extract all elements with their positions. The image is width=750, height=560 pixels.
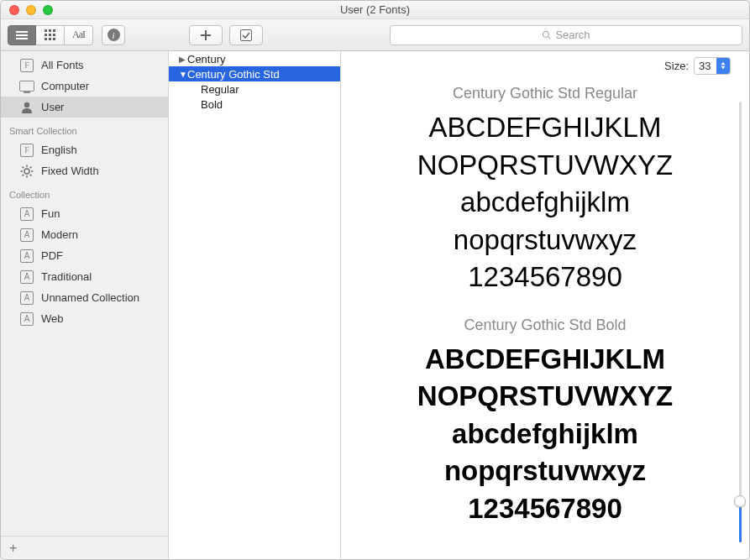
slider-fill <box>739 507 742 542</box>
svg-line-13 <box>23 166 24 168</box>
a-box-icon: A <box>19 207 34 221</box>
svg-rect-4 <box>201 34 211 36</box>
font-style-row[interactable]: Regular <box>169 81 340 97</box>
slider-track <box>739 102 742 542</box>
disclosure-triangle-icon[interactable]: ▼ <box>179 70 187 79</box>
sidebar-item-traditional[interactable]: A Traditional <box>1 266 168 287</box>
sidebar-item-label: User <box>41 101 64 113</box>
view-sample-button[interactable]: AaI <box>65 25 93 45</box>
toolbar: AaI i Search <box>1 19 749 51</box>
preview-pane: Size: 33 Century Gothic Std Regular ABCD… <box>341 51 749 559</box>
sidebar: F All Fonts Computer User Smart Collecti… <box>1 51 169 559</box>
sidebar-item-fixed-width[interactable]: Fixed Width <box>1 160 168 181</box>
sidebar-item-computer[interactable]: Computer <box>1 76 168 97</box>
size-select[interactable]: 33 <box>694 57 731 75</box>
sample-line: nopqrstuvwxyz <box>358 453 732 490</box>
sample-line: 1234567890 <box>358 259 732 296</box>
view-mode-segmented-control: AaI <box>8 25 93 45</box>
validate-font-button[interactable] <box>229 25 263 45</box>
preview-scroll: Century Gothic Std Regular ABCDEFGHIJKLM… <box>341 80 749 559</box>
sidebar-item-label: English <box>41 144 77 156</box>
info-button[interactable]: i <box>102 25 125 45</box>
sidebar-item-label: Modern <box>41 228 78 241</box>
sidebar-heading-smart: Smart Collection <box>1 118 168 139</box>
close-window-button[interactable] <box>9 5 19 15</box>
sidebar-item-label: PDF <box>41 249 63 262</box>
a-box-icon: A <box>19 270 34 284</box>
font-family-row[interactable]: ▶ Century <box>169 51 340 66</box>
font-style-name: Regular <box>201 83 239 96</box>
window-title: User (2 Fonts) <box>1 3 749 16</box>
font-style-row[interactable]: Bold <box>169 97 340 112</box>
search-field[interactable]: Search <box>390 25 742 45</box>
dropdown-caret-icon <box>716 58 730 74</box>
checkbox-icon <box>240 29 252 41</box>
a-box-icon: A <box>19 228 34 242</box>
sidebar-item-web[interactable]: A Web <box>1 308 168 329</box>
svg-line-16 <box>23 174 24 175</box>
f-box-icon: F <box>19 59 34 72</box>
sidebar-item-fun[interactable]: A Fun <box>1 203 168 224</box>
traffic-lights <box>9 5 53 15</box>
zoom-window-button[interactable] <box>43 5 53 15</box>
sidebar-item-pdf[interactable]: A PDF <box>1 245 168 266</box>
preview-header: Size: 33 <box>341 51 749 80</box>
sample-line: nopqrstuvwxyz <box>358 222 732 259</box>
svg-line-15 <box>30 166 32 168</box>
svg-point-7 <box>24 102 29 107</box>
sidebar-item-label: Fixed Width <box>41 165 99 177</box>
sample-line: abcdefghijklm <box>358 416 732 453</box>
titlebar: User (2 Fonts) <box>1 1 749 19</box>
font-style-name: Bold <box>201 98 223 111</box>
sample-line: NOPQRSTUVWXYZ <box>358 147 732 185</box>
minimize-window-button[interactable] <box>26 5 36 15</box>
sample-line: ABCDEFGHIJKLM <box>358 341 732 379</box>
svg-rect-2 <box>16 38 28 39</box>
svg-marker-18 <box>721 66 726 69</box>
info-icon: i <box>108 29 120 41</box>
svg-line-6 <box>548 36 551 39</box>
font-family-name: Century Gothic Std <box>187 68 280 81</box>
sidebar-item-label: Unnamed Collection <box>41 291 139 304</box>
view-grid-button[interactable] <box>36 25 65 45</box>
font-family-name: Century <box>187 53 226 65</box>
view-list-button[interactable] <box>8 25 36 45</box>
sidebar-item-label: All Fonts <box>41 59 84 71</box>
disclosure-triangle-icon[interactable]: ▶ <box>179 55 187 64</box>
add-collection-button[interactable]: + <box>1 536 168 559</box>
font-family-row[interactable]: ▼ Century Gothic Std <box>169 66 340 81</box>
sidebar-item-user[interactable]: User <box>1 97 168 118</box>
sample-line: ABCDEFGHIJKLM <box>358 109 732 147</box>
f-box-icon: F <box>19 144 34 157</box>
user-icon <box>19 101 34 114</box>
svg-rect-1 <box>16 34 28 36</box>
sidebar-item-label: Fun <box>41 207 60 220</box>
size-slider[interactable] <box>736 102 744 542</box>
font-family-list: ▶ Century ▼ Century Gothic Std Regular B… <box>169 51 341 559</box>
sidebar-item-label: Traditional <box>41 270 92 283</box>
slider-thumb[interactable] <box>734 495 746 507</box>
gear-icon <box>19 165 34 178</box>
sample-line: abcdefghijklm <box>358 184 732 222</box>
sidebar-item-unnamed-collection[interactable]: A Unnamed Collection <box>1 287 168 308</box>
search-placeholder: Search <box>555 29 590 41</box>
svg-line-14 <box>30 174 32 175</box>
a-box-icon: A <box>19 249 34 263</box>
grid-icon <box>45 29 55 40</box>
sample-title: Century Gothic Std Regular <box>358 85 732 102</box>
sidebar-item-all-fonts[interactable]: F All Fonts <box>1 55 168 76</box>
sample-block-bold: ABCDEFGHIJKLM NOPQRSTUVWXYZ abcdefghijkl… <box>358 341 732 528</box>
size-label: Size: <box>664 60 689 72</box>
search-icon <box>542 30 552 40</box>
svg-point-8 <box>24 169 29 174</box>
sample-block-regular: ABCDEFGHIJKLM NOPQRSTUVWXYZ abcdefghijkl… <box>358 109 732 296</box>
sample-title: Century Gothic Std Bold <box>358 317 732 334</box>
monitor-icon <box>19 81 34 92</box>
sidebar-heading-collection: Collection <box>1 181 168 203</box>
add-font-button[interactable] <box>189 25 223 45</box>
svg-point-5 <box>543 31 549 37</box>
sidebar-item-modern[interactable]: A Modern <box>1 224 168 245</box>
a-box-icon: A <box>19 312 34 326</box>
sidebar-item-english[interactable]: F English <box>1 139 168 160</box>
svg-marker-17 <box>721 62 726 65</box>
